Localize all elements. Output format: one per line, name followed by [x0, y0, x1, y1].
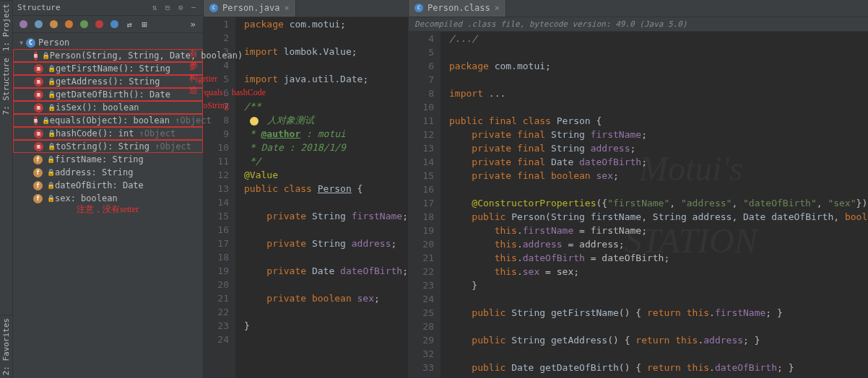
line-number[interactable]: 8: [409, 87, 434, 100]
line-number[interactable]: 21: [409, 251, 434, 265]
line-gutter[interactable]: 4567810111213141516171819202122232425282…: [409, 32, 440, 378]
code-line[interactable]: public final class Person {: [449, 114, 868, 128]
code-line[interactable]: public String getAddress() { return this…: [449, 333, 868, 347]
code-line[interactable]: public String getFirstName() { return th…: [449, 306, 868, 320]
code-line[interactable]: * Date : 2018/1/9: [244, 141, 408, 154]
code-line[interactable]: /**: [244, 100, 408, 113]
show-lambda-icon[interactable]: [92, 17, 106, 32]
line-number[interactable]: 13: [204, 182, 229, 195]
code-line[interactable]: this.address = address;: [449, 237, 868, 251]
code-body[interactable]: Motui's STATION /.../package com.motui;i…: [440, 32, 868, 378]
line-number[interactable]: 11: [204, 154, 229, 168]
line-number[interactable]: 5: [409, 45, 434, 59]
line-number[interactable]: 7: [409, 73, 434, 87]
line-number[interactable]: 20: [204, 278, 229, 291]
code-line[interactable]: [449, 320, 868, 333]
line-number[interactable]: 24: [409, 292, 434, 306]
line-number[interactable]: 18: [409, 210, 434, 224]
code-line[interactable]: import lombok.Value;: [244, 45, 408, 58]
bulb-icon[interactable]: [250, 117, 259, 126]
code-line[interactable]: [244, 86, 408, 100]
show-anon-icon[interactable]: [77, 17, 91, 32]
tab-person-java[interactable]: C Person.java ×: [204, 0, 296, 17]
code-line[interactable]: [449, 100, 868, 114]
line-number[interactable]: 17: [409, 196, 434, 210]
code-line[interactable]: [449, 347, 868, 361]
code-line[interactable]: private String firstName;: [244, 209, 408, 223]
sort-icon[interactable]: ⇅: [149, 3, 160, 13]
tree-method-row[interactable]: m🔒 getDateOfBirth(): Date: [13, 88, 203, 101]
code-line[interactable]: public class Person {: [244, 182, 408, 195]
code-line[interactable]: [449, 45, 868, 59]
line-number[interactable]: 4: [409, 32, 434, 45]
show-inherited-icon[interactable]: [61, 17, 76, 32]
code-line[interactable]: this.dateOfBirth = dateOfBirth;: [449, 251, 868, 265]
line-number[interactable]: 24: [204, 333, 229, 346]
code-line[interactable]: private Date dateOfBirth;: [244, 264, 408, 278]
code-line[interactable]: }: [449, 278, 868, 292]
show-properties-icon[interactable]: [107, 17, 121, 32]
tree-root[interactable]: ▾ C Person: [13, 36, 203, 49]
code-line[interactable]: this.firstName = firstName;: [449, 224, 868, 237]
code-line[interactable]: [244, 31, 408, 45]
code-line[interactable]: [449, 292, 868, 306]
code-line[interactable]: @Value: [244, 168, 408, 182]
tree-field-row[interactable]: f🔒 dateOfBirth: Date: [13, 179, 203, 192]
line-number[interactable]: 2: [204, 31, 229, 45]
line-number[interactable]: 16: [204, 223, 229, 237]
tree-method-row[interactable]: m🔒 toString(): String ↑Object: [13, 140, 203, 153]
code-line[interactable]: package com.motui;: [449, 59, 868, 73]
expand-all-icon[interactable]: ⊞: [137, 17, 152, 32]
tree-method-row[interactable]: m🔒 Person(String, String, Date, boolean): [13, 49, 203, 62]
code-line[interactable]: [449, 374, 868, 378]
line-number[interactable]: 17: [204, 237, 229, 250]
code-line[interactable]: [244, 305, 408, 319]
line-number[interactable]: 15: [409, 169, 434, 183]
tree-method-row[interactable]: m🔒 equals(Object): boolean ↑Object: [13, 114, 203, 127]
code-line[interactable]: private final boolean sex;: [449, 169, 868, 183]
next-icon[interactable]: »: [186, 17, 200, 32]
code-line[interactable]: public Date getDateOfBirth() { return th…: [449, 361, 868, 374]
line-number[interactable]: 32: [409, 347, 434, 361]
line-number[interactable]: 23: [204, 319, 229, 333]
code-line[interactable]: [244, 223, 408, 237]
code-line[interactable]: private final String address;: [449, 141, 868, 155]
code-line[interactable]: [244, 58, 408, 72]
line-number[interactable]: 23: [409, 278, 434, 292]
code-line[interactable]: * @author : motui: [244, 127, 408, 141]
chevron-down-icon[interactable]: ▾: [19, 38, 26, 48]
line-number[interactable]: 12: [204, 168, 229, 182]
line-number[interactable]: 19: [204, 264, 229, 278]
code-line[interactable]: private final String firstName;: [449, 128, 868, 141]
collapse-icon[interactable]: ⊟: [162, 3, 173, 13]
line-number[interactable]: 29: [409, 333, 434, 347]
line-number[interactable]: 25: [409, 306, 434, 320]
tab-person-class[interactable]: C Person.class ×: [409, 0, 506, 17]
line-number[interactable]: 18: [204, 250, 229, 264]
code-line[interactable]: 人对象测试: [244, 113, 408, 127]
hide-icon[interactable]: −: [188, 3, 199, 13]
code-line[interactable]: private String address;: [244, 237, 408, 250]
code-line[interactable]: [244, 250, 408, 264]
code-line[interactable]: public Person(String firstName, String a…: [449, 210, 868, 224]
code-body[interactable]: equals、hashCode toString package com.mot…: [235, 17, 408, 378]
code-line[interactable]: private final Date dateOfBirth;: [449, 155, 868, 169]
line-number[interactable]: 19: [409, 224, 434, 237]
sort-visibility-icon[interactable]: [31, 17, 45, 32]
line-number[interactable]: 28: [409, 320, 434, 333]
close-icon[interactable]: ×: [495, 3, 500, 13]
line-number[interactable]: 11: [409, 114, 434, 128]
code-line[interactable]: [449, 73, 868, 87]
code-line[interactable]: import java.util.Date;: [244, 72, 408, 86]
line-number[interactable]: 1: [204, 17, 229, 31]
code-line[interactable]: */: [244, 154, 408, 168]
line-number[interactable]: 6: [409, 59, 434, 73]
line-number[interactable]: 21: [204, 291, 229, 305]
tree-field-row[interactable]: f🔒 address: String: [13, 166, 203, 179]
code-line[interactable]: @ConstructorProperties({"firstName", "ad…: [449, 196, 868, 210]
code-line[interactable]: [244, 278, 408, 291]
code-line[interactable]: import ...: [449, 87, 868, 100]
line-number[interactable]: 33: [409, 361, 434, 374]
favorites-tool[interactable]: 2: Favorites: [0, 315, 12, 378]
code-line[interactable]: [244, 333, 408, 346]
